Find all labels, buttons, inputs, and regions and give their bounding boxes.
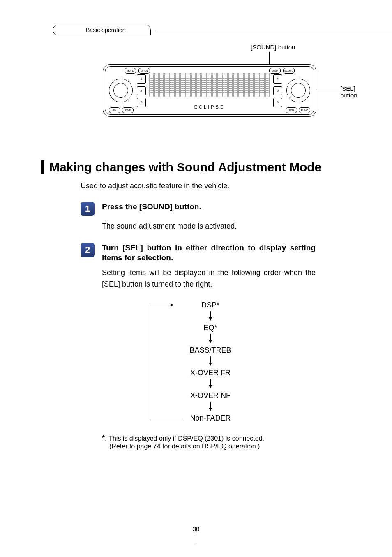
- preset-buttons-right: 4 5 6: [273, 74, 282, 107]
- car-stereo-faceplate: MUTE OPEN DISP SOUND 1 2 3 4 5 6 ECLIPSE…: [103, 64, 316, 117]
- footnote: *: This is displayed only if DSP/EQ (230…: [102, 434, 332, 450]
- arrow-down-icon: [210, 334, 211, 343]
- flow-item: DSP*: [201, 301, 219, 310]
- preset-3: 3: [137, 98, 146, 107]
- flow-item: X-OVER NF: [190, 391, 231, 400]
- step-2: 2 Turn [SEL] button in either direction …: [81, 243, 351, 263]
- callout-sel-l2: button: [340, 92, 357, 99]
- heading-text: Making changes with Sound Adjustment Mod…: [49, 160, 321, 174]
- step-2-body: Setting items will be displayed in the f…: [102, 267, 316, 290]
- preset-1: 1: [137, 74, 146, 84]
- open-button-icon: OPEN: [138, 68, 150, 74]
- func-button-icon: FUNC: [299, 107, 310, 113]
- footnote-line2: (Refer to page 74 for details on DSP/EQ …: [109, 443, 332, 450]
- lead-text: Used to adjust acoustic feature in the v…: [81, 182, 351, 190]
- step-2-number: 2: [81, 243, 95, 257]
- callout-sound-button: [SOUND] button: [251, 44, 295, 51]
- step-2-title: Turn [SEL] button in either direction to…: [102, 243, 316, 263]
- page-number: 30: [0, 525, 392, 543]
- step-1: 1 Press the [SOUND] button.: [81, 202, 351, 216]
- preset-4: 4: [273, 74, 282, 84]
- flow-item: X-OVER FR: [190, 369, 231, 377]
- heading-bar-icon: [41, 160, 44, 174]
- callout-sel-button: [SEL] button: [340, 86, 357, 99]
- step-1-body: The sound adjustment mode is activated.: [102, 221, 316, 232]
- step-1-number: 1: [81, 202, 95, 216]
- breadcrumb-rule: [155, 30, 392, 30]
- step-1-title: Press the [SOUND] button.: [102, 202, 201, 212]
- callout-sel-leader: [316, 89, 339, 89]
- loop-arrowhead-icon: [171, 303, 174, 307]
- mute-button-icon: MUTE: [125, 68, 136, 74]
- arrow-down-icon: [210, 356, 211, 365]
- section-heading: Making changes with Sound Adjustment Mod…: [41, 160, 351, 174]
- arrow-down-icon: [210, 311, 211, 320]
- preset-buttons-left: 1 2 3: [137, 74, 146, 107]
- preset-5: 5: [273, 86, 282, 96]
- sound-button-icon: SOUND: [283, 68, 295, 74]
- loop-bracket-icon: [151, 305, 171, 418]
- sel-knob-icon: [286, 79, 310, 102]
- flow-item: BASS/TREB: [189, 346, 231, 355]
- disp-button-icon: DISP: [269, 68, 281, 74]
- device-figure: [SOUND] button [SEL] button MUTE OPEN DI…: [86, 49, 333, 136]
- breadcrumb-label: Basic operation: [53, 25, 151, 35]
- lcd-display-icon: [149, 73, 270, 97]
- arrow-down-icon: [210, 379, 211, 388]
- pwr-button-icon: PWR: [122, 107, 134, 113]
- volume-knob-icon: [109, 79, 133, 102]
- flow-item: Non-FADER: [190, 414, 231, 423]
- preset-2: 2: [137, 86, 146, 96]
- rtn-button-icon: RTN: [286, 107, 297, 113]
- footnote-line1: This is displayed only if DSP/EQ (2301) …: [108, 435, 264, 442]
- flow-item: EQ*: [203, 324, 217, 332]
- preset-6: 6: [273, 98, 282, 107]
- setting-flow: DSP* EQ* BASS/TREB X-OVER FR X-OVER NF N…: [143, 301, 249, 423]
- brand-label: ECLIPSE: [149, 103, 270, 111]
- callout-sel-l1: [SEL]: [340, 86, 357, 92]
- breadcrumb: Basic operation: [53, 25, 351, 37]
- arrow-down-icon: [210, 402, 211, 411]
- fm-button-icon: FM: [109, 107, 120, 113]
- footnote-marker: *:: [102, 434, 107, 442]
- callout-sound-leader: [269, 52, 270, 64]
